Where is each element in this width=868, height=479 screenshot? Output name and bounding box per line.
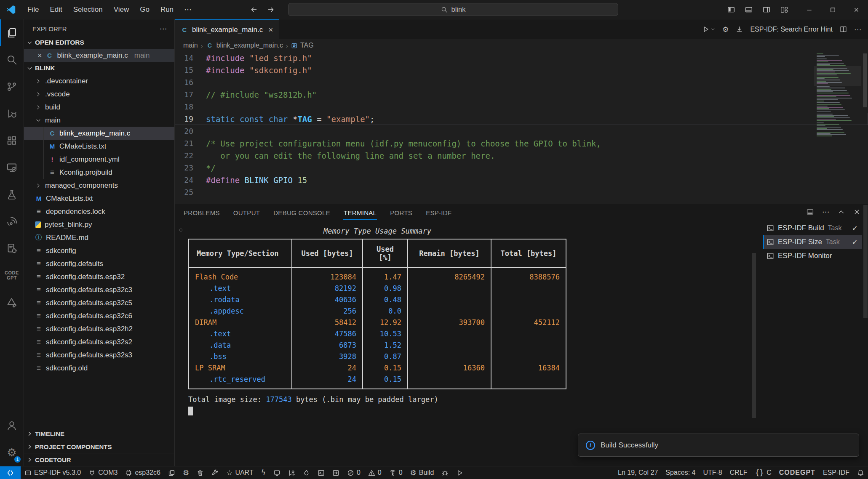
activity-accounts[interactable]: [0, 412, 24, 439]
close-window-button[interactable]: [844, 0, 868, 19]
tab-close-icon[interactable]: ×: [268, 25, 273, 35]
activity-explorer[interactable]: [0, 19, 24, 46]
tree-file-cmakelists.txt[interactable]: MCMakeLists.txt: [24, 140, 174, 153]
status-trash[interactable]: [193, 466, 208, 479]
menu-more-icon[interactable]: ⋯: [179, 5, 197, 14]
code-line[interactable]: 24#define BLINK_GPIO 15: [175, 174, 868, 186]
editor-settings-gear-icon[interactable]: ⚙: [722, 25, 729, 34]
activity-extensions[interactable]: [0, 127, 24, 154]
code-line[interactable]: 15#include "sdkconfig.h": [175, 64, 868, 76]
command-center-search[interactable]: blink: [288, 3, 618, 16]
code-line[interactable]: 20: [175, 125, 868, 137]
task-esp-idf-size[interactable]: ESP-IDF SizeTask✓: [763, 235, 862, 249]
status-codegpt[interactable]: CODEGPT: [775, 466, 819, 479]
esp-idf-search-error-hint-button[interactable]: ESP-IDF: Search Error Hint: [750, 26, 833, 33]
status-0[interactable]: 0: [385, 466, 406, 479]
activity-project-tools[interactable]: [0, 289, 24, 316]
panel-layout-icon[interactable]: [807, 208, 814, 216]
tree-file-sdkconfig.defaults[interactable]: ≡sdkconfig.defaults: [24, 257, 174, 270]
tree-folder-build[interactable]: build: [24, 101, 174, 114]
section-project-blink[interactable]: BLINK: [24, 62, 174, 75]
menu-run[interactable]: Run: [155, 3, 179, 16]
code-line[interactable]: 18: [175, 101, 868, 113]
activity-esp-idf[interactable]: [0, 208, 24, 235]
tree-file-sdkconfig.defaults.esp32c3[interactable]: ≡sdkconfig.defaults.esp32c3: [24, 283, 174, 296]
status-ln-19-col-27[interactable]: Ln 19, Col 27: [614, 466, 662, 479]
go-back-icon[interactable]: [250, 6, 258, 13]
tree-file-kconfig.projbuild[interactable]: ≡Kconfig.projbuild: [24, 166, 174, 179]
status-debug-run[interactable]: [284, 466, 299, 479]
close-panel-icon[interactable]: [853, 208, 860, 216]
status-copy-files[interactable]: [164, 466, 179, 479]
tree-file-sdkconfig.defaults.esp32[interactable]: ≡sdkconfig.defaults.esp32: [24, 270, 174, 283]
status-0[interactable]: 0: [343, 466, 364, 479]
status-wrench[interactable]: [208, 466, 222, 479]
tree-file-sdkconfig.defaults.esp32c6[interactable]: ≡sdkconfig.defaults.esp32c6: [24, 309, 174, 322]
tree-file-pytest-blink.py[interactable]: pytest_blink.py: [24, 218, 174, 231]
tree-file-cmakelists.txt[interactable]: MCMakeLists.txt: [24, 192, 174, 205]
status-play[interactable]: [452, 466, 467, 479]
status-terminal[interactable]: [314, 466, 329, 479]
status-crlf[interactable]: CRLF: [726, 466, 751, 479]
menu-file[interactable]: File: [22, 3, 44, 16]
maximize-button[interactable]: [821, 0, 844, 19]
panel-tab-problems[interactable]: PROBLEMS: [183, 206, 220, 220]
status-bell[interactable]: [853, 466, 868, 479]
section-codetour[interactable]: CODETOUR: [24, 453, 174, 466]
open-editor-item[interactable]: ×Cblink_example_main.cmain: [24, 49, 174, 62]
download-icon[interactable]: [736, 26, 743, 33]
panel-tab-debug-console[interactable]: DEBUG CONSOLE: [273, 206, 331, 220]
status-uart[interactable]: ☆UART: [222, 466, 257, 479]
status-esp-idf-v5-3-0[interactable]: ESP-IDF v5.3.0: [21, 466, 85, 479]
activity-testing[interactable]: [0, 181, 24, 208]
activity-remote-explorer[interactable]: [0, 154, 24, 181]
status-0[interactable]: 0: [364, 466, 385, 479]
status-log-out-box[interactable]: [329, 466, 343, 479]
breadcrumb-item[interactable]: main: [183, 42, 198, 49]
tree-file-idf-component.yml[interactable]: !idf_component.yml: [24, 153, 174, 166]
section-project-components[interactable]: PROJECT COMPONENTS: [24, 440, 174, 453]
toggle-secondary-sidebar-icon[interactable]: [759, 3, 774, 17]
notification-toast[interactable]: i Build Successfully: [578, 434, 859, 457]
maximize-panel-icon[interactable]: [838, 208, 845, 216]
editor-scrollbar[interactable]: [862, 52, 868, 204]
code-line[interactable]: 25: [175, 186, 868, 198]
code-line[interactable]: 19static const char *TAG = "example";: [175, 113, 868, 125]
activity-settings[interactable]: ⚙1: [0, 439, 24, 466]
customize-layout-icon[interactable]: [777, 3, 791, 17]
tree-file-sdkconfig[interactable]: ≡sdkconfig: [24, 244, 174, 257]
status-flame[interactable]: [299, 466, 314, 479]
go-forward-icon[interactable]: [267, 6, 275, 13]
status-esp32c6[interactable]: esp32c6: [121, 466, 164, 479]
activity-run-debug[interactable]: [0, 100, 24, 127]
code-line[interactable]: 17// #include "ws2812b.h": [175, 88, 868, 101]
tree-file-sdkconfig.defaults.esp32s3[interactable]: ≡sdkconfig.defaults.esp32s3: [24, 349, 174, 362]
menu-selection[interactable]: Selection: [68, 3, 108, 16]
tree-file-readme.md[interactable]: ⓘREADME.md: [24, 231, 174, 244]
panel-tab-output[interactable]: OUTPUT: [233, 206, 260, 220]
command-decoration-icon[interactable]: [179, 228, 183, 232]
status-utf-8[interactable]: UTF-8: [699, 466, 726, 479]
tree-file-dependencies.lock[interactable]: ≡dependencies.lock: [24, 205, 174, 218]
minimize-button[interactable]: [797, 0, 821, 19]
section-open-editors[interactable]: OPEN EDITORS: [24, 36, 174, 49]
sidebar-more-actions-icon[interactable]: ⋯: [160, 24, 167, 33]
activity-search[interactable]: [0, 46, 24, 73]
close-editor-icon[interactable]: ×: [37, 52, 42, 59]
panel-tab-esp-idf[interactable]: ESP-IDF: [425, 206, 452, 220]
menu-edit[interactable]: Edit: [44, 3, 67, 16]
panel-tab-ports[interactable]: PORTS: [390, 206, 413, 220]
status-spaces-4[interactable]: Spaces: 4: [662, 466, 699, 479]
code-line[interactable]: 16: [175, 76, 868, 88]
code-line[interactable]: 14#include "led_strip.h": [175, 52, 868, 64]
tree-folder-.devcontainer[interactable]: .devcontainer: [24, 75, 174, 88]
status-remote[interactable]: [0, 466, 21, 479]
section-timeline[interactable]: TIMELINE: [24, 427, 174, 440]
status-gear[interactable]: ⚙: [179, 466, 193, 479]
toggle-sidebar-icon[interactable]: [724, 3, 738, 17]
breadcrumb-item[interactable]: blink_example_main.c: [216, 42, 283, 49]
menu-go[interactable]: Go: [134, 3, 155, 16]
menu-view[interactable]: View: [108, 3, 135, 16]
activity-codegpt-settings[interactable]: [0, 235, 24, 262]
minimap[interactable]: [814, 52, 861, 204]
